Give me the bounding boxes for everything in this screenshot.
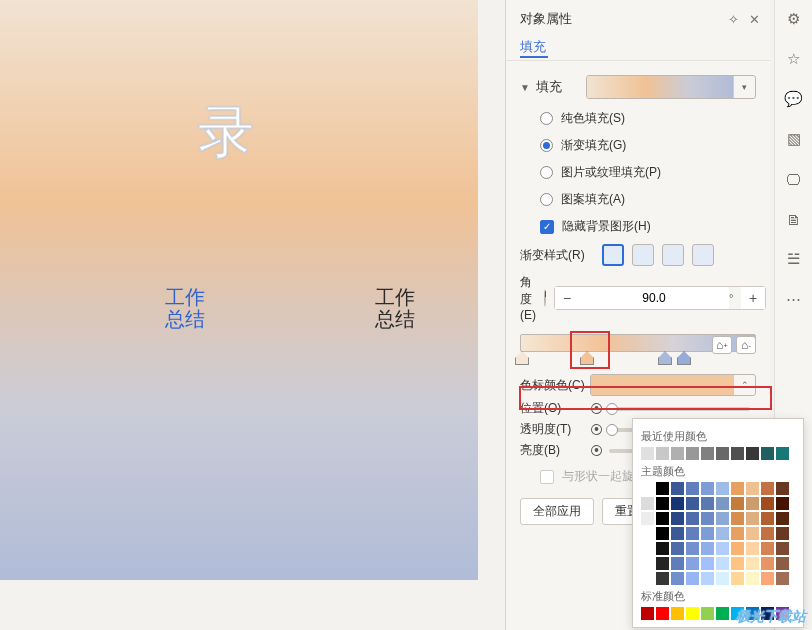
radio-picture[interactable]: 图片或纹理填充(P) xyxy=(506,159,770,186)
color-swatch[interactable] xyxy=(701,482,714,495)
stop-color-dropdown[interactable]: ⌃ xyxy=(590,374,756,396)
color-swatch[interactable] xyxy=(701,497,714,510)
color-swatch[interactable] xyxy=(686,557,699,570)
color-swatch[interactable] xyxy=(686,542,699,555)
color-swatch[interactable] xyxy=(761,482,774,495)
color-swatch[interactable] xyxy=(656,512,669,525)
radio-pattern[interactable]: 图案填充(A) xyxy=(506,186,770,213)
color-swatch[interactable] xyxy=(746,557,759,570)
color-swatch[interactable] xyxy=(731,557,744,570)
angle-minus[interactable]: − xyxy=(555,287,579,309)
color-swatch[interactable] xyxy=(716,482,729,495)
gradient-style-3[interactable] xyxy=(662,244,684,266)
text-box-2[interactable]: 工作 总结 xyxy=(375,286,415,330)
gradient-stop-1[interactable] xyxy=(515,351,529,365)
color-swatch[interactable] xyxy=(656,482,669,495)
color-swatch[interactable] xyxy=(716,512,729,525)
rail-stack-icon[interactable]: ☱ xyxy=(783,248,805,270)
rail-doc-icon[interactable]: 🗎 xyxy=(783,208,805,230)
color-swatch[interactable] xyxy=(716,607,729,620)
color-swatch[interactable] xyxy=(731,497,744,510)
color-swatch[interactable] xyxy=(761,557,774,570)
color-swatch[interactable] xyxy=(671,572,684,585)
color-swatch[interactable] xyxy=(746,527,759,540)
color-swatch[interactable] xyxy=(656,572,669,585)
close-icon[interactable]: ✕ xyxy=(749,12,760,27)
color-swatch[interactable] xyxy=(731,482,744,495)
color-swatch[interactable] xyxy=(776,542,789,555)
rail-cube-icon[interactable]: ▧ xyxy=(783,128,805,150)
angle-input[interactable] xyxy=(579,287,729,309)
rail-star-icon[interactable]: ☆ xyxy=(783,48,805,70)
color-swatch[interactable] xyxy=(731,542,744,555)
angle-stepper[interactable]: − ° + xyxy=(554,286,766,310)
check-hidebg[interactable]: ✓隐藏背景图形(H) xyxy=(506,213,770,240)
color-swatch[interactable] xyxy=(686,482,699,495)
color-swatch[interactable] xyxy=(701,542,714,555)
gradient-editor[interactable]: ⌂+ ⌂- xyxy=(520,334,756,370)
color-swatch[interactable] xyxy=(656,527,669,540)
color-swatch[interactable] xyxy=(716,542,729,555)
rail-settings-icon[interactable]: ⚙ xyxy=(783,8,805,30)
color-swatch[interactable] xyxy=(776,527,789,540)
pin-icon[interactable]: ✧ xyxy=(728,12,739,27)
rail-more-icon[interactable]: ⋯ xyxy=(783,288,805,310)
color-swatch[interactable] xyxy=(701,512,714,525)
radio-solid[interactable]: 纯色填充(S) xyxy=(506,105,770,132)
gradient-style-4[interactable] xyxy=(692,244,714,266)
color-swatch[interactable] xyxy=(701,557,714,570)
color-swatch[interactable] xyxy=(656,557,669,570)
color-swatch[interactable] xyxy=(761,527,774,540)
color-swatch[interactable] xyxy=(716,527,729,540)
color-swatch[interactable] xyxy=(641,572,654,585)
color-swatch[interactable] xyxy=(776,512,789,525)
color-swatch[interactable] xyxy=(716,497,729,510)
color-swatch[interactable] xyxy=(701,527,714,540)
color-swatch[interactable] xyxy=(671,607,684,620)
gradient-style-1[interactable] xyxy=(602,244,624,266)
color-swatch[interactable] xyxy=(686,572,699,585)
color-swatch[interactable] xyxy=(641,557,654,570)
color-swatch[interactable] xyxy=(716,557,729,570)
color-swatch[interactable] xyxy=(716,447,729,460)
gradient-stop-4[interactable] xyxy=(677,351,691,365)
color-swatch[interactable] xyxy=(671,542,684,555)
color-swatch[interactable] xyxy=(776,557,789,570)
color-swatch[interactable] xyxy=(746,447,759,460)
radio-gradient[interactable]: 渐变填充(G) xyxy=(506,132,770,159)
color-swatch[interactable] xyxy=(656,607,669,620)
color-swatch[interactable] xyxy=(686,512,699,525)
color-swatch[interactable] xyxy=(686,497,699,510)
color-picker-popup[interactable]: 最近使用颜色 主题颜色 标准颜色 xyxy=(632,418,804,628)
angle-plus[interactable]: + xyxy=(741,287,765,309)
color-swatch[interactable] xyxy=(701,607,714,620)
color-swatch[interactable] xyxy=(731,572,744,585)
color-swatch[interactable] xyxy=(746,497,759,510)
color-swatch[interactable] xyxy=(746,512,759,525)
color-swatch[interactable] xyxy=(701,572,714,585)
color-swatch[interactable] xyxy=(761,512,774,525)
color-swatch[interactable] xyxy=(776,482,789,495)
color-swatch[interactable] xyxy=(686,447,699,460)
color-swatch[interactable] xyxy=(671,557,684,570)
color-swatch[interactable] xyxy=(731,512,744,525)
remove-stop-button[interactable]: ⌂- xyxy=(736,336,756,354)
panel-title[interactable]: 对象属性 xyxy=(520,10,572,28)
color-swatch[interactable] xyxy=(716,572,729,585)
color-swatch[interactable] xyxy=(701,447,714,460)
apply-all-button[interactable]: 全部应用 xyxy=(520,498,594,525)
color-swatch[interactable] xyxy=(731,527,744,540)
color-swatch[interactable] xyxy=(641,482,654,495)
color-swatch[interactable] xyxy=(671,512,684,525)
color-swatch[interactable] xyxy=(746,572,759,585)
color-swatch[interactable] xyxy=(776,447,789,460)
color-swatch[interactable] xyxy=(671,447,684,460)
color-swatch[interactable] xyxy=(656,497,669,510)
color-swatch[interactable] xyxy=(731,447,744,460)
color-swatch[interactable] xyxy=(686,527,699,540)
fill-preview-dropdown[interactable]: ▾ xyxy=(586,75,756,99)
color-swatch[interactable] xyxy=(656,447,669,460)
rail-pc-icon[interactable]: 🖵 xyxy=(783,168,805,190)
gradient-stop-3[interactable] xyxy=(658,351,672,365)
color-swatch[interactable] xyxy=(761,572,774,585)
